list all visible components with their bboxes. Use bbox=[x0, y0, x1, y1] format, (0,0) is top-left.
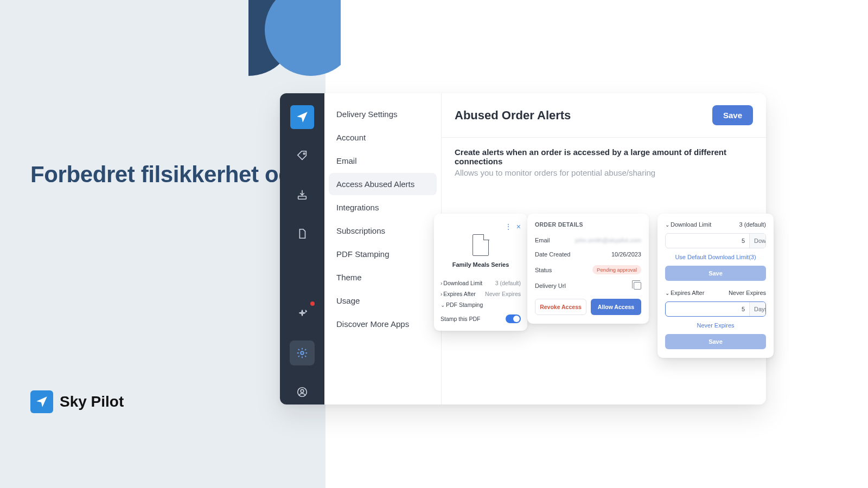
never-expires-link[interactable]: Never Expires bbox=[665, 322, 766, 329]
rail-logo-icon bbox=[290, 105, 314, 129]
download-limit-current: 3 (default) bbox=[739, 221, 766, 228]
svg-point-2 bbox=[301, 351, 304, 355]
rail-file-icon[interactable] bbox=[290, 221, 315, 246]
rail-download-icon[interactable] bbox=[290, 182, 315, 207]
save-expires-after-button[interactable]: Save bbox=[665, 334, 766, 349]
stamp-this-pdf-label: Stamp this PDF bbox=[441, 316, 481, 322]
subnav-usage[interactable]: Usage bbox=[329, 290, 437, 312]
document-icon bbox=[473, 234, 489, 256]
chevron-down-icon: ⌄ bbox=[665, 290, 669, 296]
order-details-heading: ORDER DETAILS bbox=[535, 221, 641, 228]
expires-after-heading: Expires After bbox=[671, 290, 704, 296]
use-default-download-limit-link[interactable]: Use Default Download Limit(3) bbox=[665, 254, 766, 260]
svg-point-0 bbox=[303, 153, 305, 155]
paper-plane-icon bbox=[30, 390, 53, 413]
product-card: ⋮ × Family Meals Series ›Download Limit3… bbox=[434, 214, 527, 331]
rail-sparkle-icon[interactable] bbox=[290, 301, 315, 326]
save-download-limit-button[interactable]: Save bbox=[665, 266, 766, 281]
rail-settings-icon[interactable] bbox=[290, 341, 315, 365]
order-email-value: john.smith@skypilot.com bbox=[575, 237, 641, 243]
svg-point-4 bbox=[301, 389, 304, 393]
order-url-label: Delivery Url bbox=[535, 282, 566, 289]
chevron-down-icon: ⌄ bbox=[441, 302, 445, 308]
description-secondary: Allows you to monitor orders for potenti… bbox=[455, 168, 753, 177]
page-title: Abused Order Alerts bbox=[455, 108, 571, 123]
subnav-integrations[interactable]: Integrations bbox=[329, 196, 437, 219]
download-limit-input[interactable] bbox=[666, 237, 749, 244]
download-limit-row[interactable]: ›Download Limit3 (default) bbox=[441, 278, 521, 288]
order-date-label: Date Created bbox=[535, 251, 570, 258]
stamp-toggle[interactable] bbox=[506, 314, 521, 323]
product-name: Family Meals Series bbox=[441, 261, 521, 268]
expires-after-row[interactable]: ›Expires AfterNever Expires bbox=[441, 288, 521, 299]
expires-after-input-row: Days bbox=[665, 301, 766, 317]
brand-logo: Sky Pilot bbox=[30, 390, 124, 413]
order-date-value: 10/26/2023 bbox=[611, 251, 641, 258]
subnav-subscriptions[interactable]: Subscriptions bbox=[329, 220, 437, 242]
allow-access-button[interactable]: Allow Access bbox=[591, 299, 641, 315]
copy-icon[interactable] bbox=[634, 282, 641, 290]
order-email-label: Email bbox=[535, 237, 550, 243]
pdf-stamping-row[interactable]: ⌄PDF Stamping bbox=[441, 299, 521, 310]
rail-tag-icon[interactable] bbox=[290, 143, 315, 168]
subnav-discover-more-apps[interactable]: Discover More Apps bbox=[329, 313, 437, 335]
nav-rail bbox=[280, 93, 324, 404]
chevron-right-icon: › bbox=[441, 280, 442, 286]
save-button[interactable]: Save bbox=[712, 105, 753, 125]
subnav-account[interactable]: Account bbox=[329, 126, 437, 149]
brand-name: Sky Pilot bbox=[60, 393, 124, 410]
order-details-card: ORDER DETAILS Emailjohn.smith@skypilot.c… bbox=[527, 214, 649, 324]
subnav-delivery-settings[interactable]: Delivery Settings bbox=[329, 103, 437, 125]
close-icon[interactable]: × bbox=[516, 222, 521, 231]
chevron-down-icon: ⌄ bbox=[665, 222, 669, 228]
description-primary: Create alerts when an order is accessed … bbox=[455, 147, 753, 166]
decorative-circles bbox=[248, 0, 341, 76]
svg-rect-1 bbox=[298, 196, 307, 200]
downloads-suffix: Downloads bbox=[749, 234, 766, 248]
subnav-access-abused-alerts[interactable]: Access Abused Alerts bbox=[329, 173, 437, 195]
chevron-right-icon: › bbox=[441, 291, 442, 297]
subnav-email[interactable]: Email bbox=[329, 150, 437, 172]
status-badge: Pending approval bbox=[592, 265, 641, 274]
revoke-access-button[interactable]: Revoke Access bbox=[535, 299, 586, 315]
subnav-pdf-stamping[interactable]: PDF Stamping bbox=[329, 243, 437, 265]
download-limit-input-row: Downloads bbox=[665, 233, 766, 248]
notification-dot-icon bbox=[309, 300, 316, 307]
rail-user-icon[interactable] bbox=[290, 380, 315, 404]
days-suffix: Days bbox=[749, 302, 766, 316]
subnav-theme[interactable]: Theme bbox=[329, 266, 437, 288]
limits-card: ⌄Download Limit3 (default) Downloads Use… bbox=[658, 214, 774, 358]
download-limit-heading: Download Limit bbox=[671, 221, 711, 228]
expires-after-current: Never Expires bbox=[729, 290, 766, 296]
kebab-icon[interactable]: ⋮ bbox=[505, 222, 512, 231]
order-status-label: Status bbox=[535, 267, 552, 273]
divider bbox=[442, 137, 766, 138]
expires-after-input[interactable] bbox=[666, 306, 749, 312]
settings-subnav: Delivery Settings Account Email Access A… bbox=[324, 93, 442, 404]
